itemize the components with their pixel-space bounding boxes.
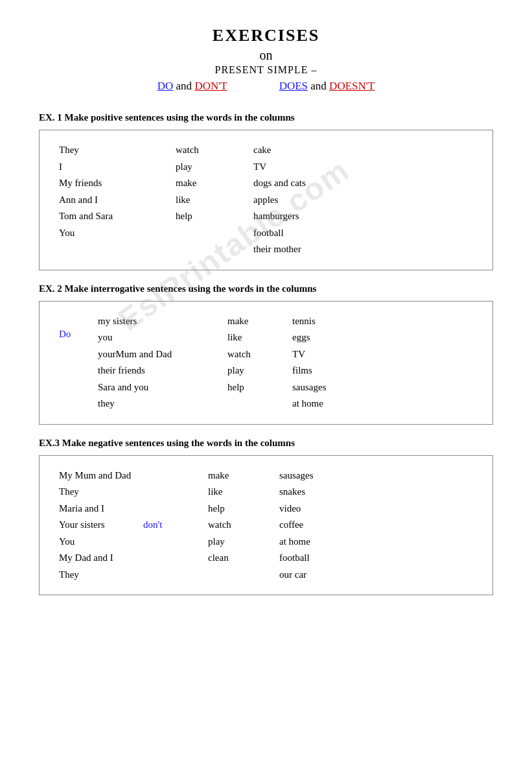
header-keywords: DO and DON'T DOES and DOESN'T [39, 80, 493, 93]
ex3-name: My Dad and I [59, 550, 163, 567]
page-title: EXERCISES [39, 26, 493, 45]
list-item: play [176, 159, 253, 176]
ex3-title: EX.3 Make negative sentences using the w… [39, 438, 493, 449]
ex3-col1: My Mum and Dad They Maria and I Your sis… [59, 468, 208, 584]
list-item: their mother [253, 241, 370, 258]
list-item: Tom and Sara [59, 208, 176, 225]
page-on: on [39, 48, 493, 63]
list-item: My friends [59, 175, 176, 192]
ex2-col2: make like watch play help [227, 313, 292, 412]
ex3-table: My Mum and Dad They Maria and I Your sis… [59, 468, 473, 584]
list-item: I [59, 159, 176, 176]
list-item: films [292, 362, 370, 379]
ex3-name: They [59, 567, 163, 584]
page-subtitle: PRESENT SIMPLE – [39, 64, 493, 76]
list-item: TV [292, 346, 370, 363]
list-item: play [208, 534, 279, 551]
list-item: Your sisters don't [59, 517, 208, 534]
ex2-table: Do my sisters you yourMum and Dad their … [59, 313, 473, 412]
list-item: play [227, 362, 292, 379]
list-item: My Dad and I [59, 550, 208, 567]
ex1-col2: watch play make like help [176, 142, 253, 258]
list-item: You [59, 534, 208, 551]
list-item: Ann and I [59, 192, 176, 209]
ex3-name: You [59, 534, 163, 551]
list-item: my sisters [98, 313, 227, 330]
do-label: DO [157, 80, 174, 92]
list-item: video [279, 501, 357, 517]
list-item: watch [227, 346, 292, 363]
list-item: clean [208, 550, 279, 567]
list-item: You [59, 225, 176, 242]
list-item: like [176, 192, 253, 209]
ex2-box: Do my sisters you yourMum and Dad their … [39, 301, 493, 425]
list-item: sausages [279, 468, 357, 484]
list-item: They [59, 484, 208, 501]
list-item: at home [279, 534, 357, 551]
list-item: They [59, 567, 208, 584]
list-item: help [176, 208, 253, 225]
list-item: My Mum and Dad [59, 468, 208, 484]
list-item [208, 567, 279, 584]
ex3-name: My Mum and Dad [59, 468, 163, 484]
ex2-title: EX. 2 Make interrogative sentences using… [39, 283, 493, 294]
list-item: sausages [292, 379, 370, 396]
list-item: football [253, 225, 370, 242]
list-item: watch [176, 142, 253, 159]
list-item: yourMum and Dad [98, 346, 227, 363]
ex3-name: They [59, 484, 163, 501]
left-group: DO and DON'T [157, 80, 227, 93]
ex3-name: Maria and I [59, 501, 163, 517]
list-item: football [279, 550, 357, 567]
list-item: Maria and I [59, 501, 208, 517]
ex1-box: They I My friends Ann and I Tom and Sara… [39, 130, 493, 270]
ex2-columns: my sisters you yourMum and Dad their fri… [98, 313, 370, 412]
list-item [227, 396, 292, 412]
ex3-aux [163, 501, 165, 517]
list-item: like [208, 484, 279, 501]
list-item: TV [253, 159, 370, 176]
list-item: you [98, 329, 227, 346]
does-label: DOES [279, 80, 308, 92]
list-item: make [176, 175, 253, 192]
ex3-aux [163, 534, 165, 551]
ex1-col3: cake TV dogs and cats apples hamburgers … [253, 142, 370, 258]
list-item: dogs and cats [253, 175, 370, 192]
ex3-aux [163, 567, 165, 584]
list-item: they [98, 396, 227, 412]
ex3-name: Your sisters [59, 517, 143, 534]
ex3-col3: sausages snakes video coffee at home foo… [279, 468, 357, 584]
ex1-columns: They I My friends Ann and I Tom and Sara… [59, 142, 473, 258]
ex2-col1: my sisters you yourMum and Dad their fri… [98, 313, 227, 412]
ex3-aux [163, 484, 165, 501]
ex3-box: My Mum and Dad They Maria and I Your sis… [39, 455, 493, 596]
list-item: make [208, 468, 279, 484]
list-item: apples [253, 192, 370, 209]
and1-label: and [176, 80, 192, 92]
list-item: cake [253, 142, 370, 159]
list-item: our car [279, 567, 357, 584]
ex1-col1: They I My friends Ann and I Tom and Sara… [59, 142, 176, 258]
list-item: tennis [292, 313, 370, 330]
right-group: DOES and DOESN'T [279, 80, 375, 93]
and2-label: and [310, 80, 327, 92]
list-item: Sara and you [98, 379, 227, 396]
ex3-col2: make like help watch play clean [208, 468, 279, 584]
ex2-col3: tennis eggs TV films sausages at home [292, 313, 370, 412]
list-item: help [227, 379, 292, 396]
doesnt-label: DOESN'T [329, 80, 375, 92]
list-item [176, 225, 253, 242]
ex3-aux [163, 550, 165, 567]
list-item: help [208, 501, 279, 517]
ex2-do-label: Do [59, 313, 98, 340]
list-item: their friends [98, 362, 227, 379]
ex1-title: EX. 1 Make positive sentences using the … [39, 112, 493, 123]
dont-label: DON'T [194, 80, 227, 92]
list-item: hamburgers [253, 208, 370, 225]
ex3-dont: don't [143, 517, 162, 534]
ex3-aux [163, 468, 165, 484]
list-item: coffee [279, 517, 357, 534]
list-item: snakes [279, 484, 357, 501]
list-item: make [227, 313, 292, 330]
list-item: at home [292, 396, 370, 412]
